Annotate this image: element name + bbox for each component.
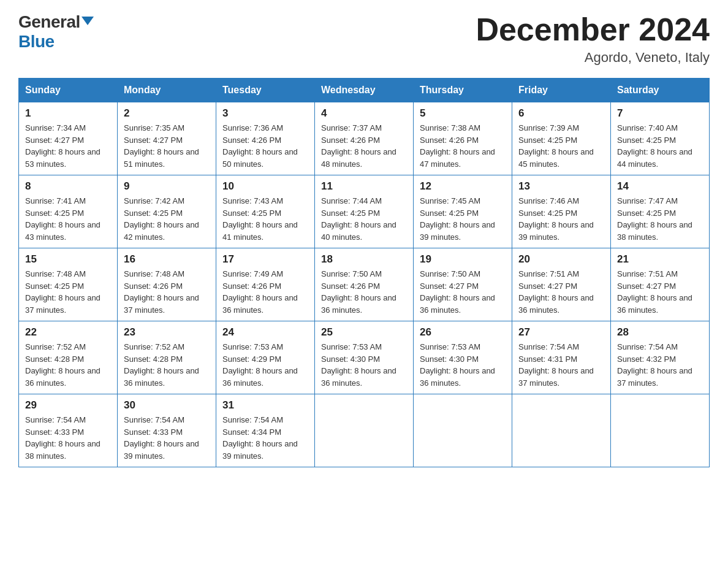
day-number: 22	[25, 326, 111, 339]
calendar-table: SundayMondayTuesdayWednesdayThursdayFrid…	[18, 78, 710, 467]
calendar-cell: 26Sunrise: 7:53 AMSunset: 4:30 PMDayligh…	[414, 321, 512, 394]
header-day-sunday: Sunday	[19, 79, 118, 102]
calendar-cell: 31Sunrise: 7:54 AMSunset: 4:34 PMDayligh…	[216, 394, 315, 467]
calendar-cell: 2Sunrise: 7:35 AMSunset: 4:27 PMDaylight…	[118, 102, 216, 175]
calendar-cell: 20Sunrise: 7:51 AMSunset: 4:27 PMDayligh…	[512, 248, 611, 321]
calendar-week-5: 29Sunrise: 7:54 AMSunset: 4:33 PMDayligh…	[19, 394, 710, 467]
calendar-cell: 14Sunrise: 7:47 AMSunset: 4:25 PMDayligh…	[611, 175, 710, 248]
day-info: Sunrise: 7:37 AMSunset: 4:26 PMDaylight:…	[321, 122, 407, 170]
calendar-cell: 23Sunrise: 7:52 AMSunset: 4:28 PMDayligh…	[118, 321, 216, 394]
day-info: Sunrise: 7:36 AMSunset: 4:26 PMDaylight:…	[222, 122, 308, 170]
calendar-cell: 17Sunrise: 7:49 AMSunset: 4:26 PMDayligh…	[216, 248, 315, 321]
calendar-cell: 8Sunrise: 7:41 AMSunset: 4:25 PMDaylight…	[19, 175, 118, 248]
day-info: Sunrise: 7:50 AMSunset: 4:27 PMDaylight:…	[420, 268, 506, 316]
day-number: 21	[617, 253, 703, 266]
calendar-cell: 16Sunrise: 7:48 AMSunset: 4:26 PMDayligh…	[118, 248, 216, 321]
calendar-cell: 3Sunrise: 7:36 AMSunset: 4:26 PMDaylight…	[216, 102, 315, 175]
calendar-cell: 9Sunrise: 7:42 AMSunset: 4:25 PMDaylight…	[118, 175, 216, 248]
calendar-cell	[512, 394, 611, 467]
header-day-thursday: Thursday	[414, 79, 512, 102]
day-info: Sunrise: 7:46 AMSunset: 4:25 PMDaylight:…	[518, 195, 604, 243]
calendar-cell: 15Sunrise: 7:48 AMSunset: 4:25 PMDayligh…	[19, 248, 118, 321]
day-number: 1	[25, 107, 111, 120]
day-info: Sunrise: 7:42 AMSunset: 4:25 PMDaylight:…	[124, 195, 210, 243]
calendar-cell: 10Sunrise: 7:43 AMSunset: 4:25 PMDayligh…	[216, 175, 315, 248]
calendar-header: SundayMondayTuesdayWednesdayThursdayFrid…	[19, 79, 710, 102]
calendar-cell: 24Sunrise: 7:53 AMSunset: 4:29 PMDayligh…	[216, 321, 315, 394]
day-number: 25	[321, 326, 407, 339]
calendar-week-1: 1Sunrise: 7:34 AMSunset: 4:27 PMDaylight…	[19, 102, 710, 175]
day-number: 17	[222, 253, 308, 266]
logo-general-text: General	[18, 12, 80, 32]
day-number: 16	[124, 253, 210, 266]
calendar-week-2: 8Sunrise: 7:41 AMSunset: 4:25 PMDaylight…	[19, 175, 710, 248]
day-info: Sunrise: 7:44 AMSunset: 4:25 PMDaylight:…	[321, 195, 407, 243]
day-info: Sunrise: 7:51 AMSunset: 4:27 PMDaylight:…	[617, 268, 703, 316]
calendar-cell: 29Sunrise: 7:54 AMSunset: 4:33 PMDayligh…	[19, 394, 118, 467]
calendar-cell: 30Sunrise: 7:54 AMSunset: 4:33 PMDayligh…	[118, 394, 216, 467]
day-number: 13	[518, 180, 604, 193]
calendar-week-3: 15Sunrise: 7:48 AMSunset: 4:25 PMDayligh…	[19, 248, 710, 321]
day-info: Sunrise: 7:39 AMSunset: 4:25 PMDaylight:…	[518, 122, 604, 170]
day-number: 7	[617, 107, 703, 120]
day-number: 30	[124, 399, 210, 412]
day-info: Sunrise: 7:48 AMSunset: 4:25 PMDaylight:…	[25, 268, 111, 316]
day-number: 12	[420, 180, 506, 193]
day-number: 19	[420, 253, 506, 266]
calendar-cell: 25Sunrise: 7:53 AMSunset: 4:30 PMDayligh…	[315, 321, 414, 394]
calendar-week-4: 22Sunrise: 7:52 AMSunset: 4:28 PMDayligh…	[19, 321, 710, 394]
calendar-body: 1Sunrise: 7:34 AMSunset: 4:27 PMDaylight…	[19, 102, 710, 467]
day-number: 6	[518, 107, 604, 120]
header-day-friday: Friday	[512, 79, 611, 102]
day-info: Sunrise: 7:50 AMSunset: 4:26 PMDaylight:…	[321, 268, 407, 316]
calendar-cell: 13Sunrise: 7:46 AMSunset: 4:25 PMDayligh…	[512, 175, 611, 248]
calendar-cell: 7Sunrise: 7:40 AMSunset: 4:25 PMDaylight…	[611, 102, 710, 175]
day-info: Sunrise: 7:49 AMSunset: 4:26 PMDaylight:…	[222, 268, 308, 316]
day-info: Sunrise: 7:51 AMSunset: 4:27 PMDaylight:…	[518, 268, 604, 316]
calendar-cell: 5Sunrise: 7:38 AMSunset: 4:26 PMDaylight…	[414, 102, 512, 175]
header-row: SundayMondayTuesdayWednesdayThursdayFrid…	[19, 79, 710, 102]
calendar-cell: 11Sunrise: 7:44 AMSunset: 4:25 PMDayligh…	[315, 175, 414, 248]
calendar-cell: 12Sunrise: 7:45 AMSunset: 4:25 PMDayligh…	[414, 175, 512, 248]
day-info: Sunrise: 7:54 AMSunset: 4:34 PMDaylight:…	[222, 414, 308, 462]
day-info: Sunrise: 7:53 AMSunset: 4:30 PMDaylight:…	[321, 341, 407, 389]
header-day-tuesday: Tuesday	[216, 79, 315, 102]
day-info: Sunrise: 7:54 AMSunset: 4:33 PMDaylight:…	[124, 414, 210, 462]
day-number: 31	[222, 399, 308, 412]
header-day-wednesday: Wednesday	[315, 79, 414, 102]
day-info: Sunrise: 7:53 AMSunset: 4:29 PMDaylight:…	[222, 341, 308, 389]
calendar-cell: 21Sunrise: 7:51 AMSunset: 4:27 PMDayligh…	[611, 248, 710, 321]
day-info: Sunrise: 7:43 AMSunset: 4:25 PMDaylight:…	[222, 195, 308, 243]
calendar-cell: 1Sunrise: 7:34 AMSunset: 4:27 PMDaylight…	[19, 102, 118, 175]
header-day-saturday: Saturday	[611, 79, 710, 102]
day-number: 3	[222, 107, 308, 120]
day-info: Sunrise: 7:45 AMSunset: 4:25 PMDaylight:…	[420, 195, 506, 243]
day-info: Sunrise: 7:54 AMSunset: 4:31 PMDaylight:…	[518, 341, 604, 389]
day-number: 20	[518, 253, 604, 266]
day-info: Sunrise: 7:38 AMSunset: 4:26 PMDaylight:…	[420, 122, 506, 170]
calendar-cell: 6Sunrise: 7:39 AMSunset: 4:25 PMDaylight…	[512, 102, 611, 175]
day-info: Sunrise: 7:48 AMSunset: 4:26 PMDaylight:…	[124, 268, 210, 316]
day-info: Sunrise: 7:35 AMSunset: 4:27 PMDaylight:…	[124, 122, 210, 170]
day-number: 24	[222, 326, 308, 339]
logo-triangle-icon	[82, 17, 94, 25]
calendar-cell: 19Sunrise: 7:50 AMSunset: 4:27 PMDayligh…	[414, 248, 512, 321]
calendar-cell	[315, 394, 414, 467]
day-info: Sunrise: 7:34 AMSunset: 4:27 PMDaylight:…	[25, 122, 111, 170]
logo-blue-text: Blue	[18, 32, 55, 51]
calendar-cell: 22Sunrise: 7:52 AMSunset: 4:28 PMDayligh…	[19, 321, 118, 394]
day-info: Sunrise: 7:41 AMSunset: 4:25 PMDaylight:…	[25, 195, 111, 243]
day-info: Sunrise: 7:47 AMSunset: 4:25 PMDaylight:…	[617, 195, 703, 243]
calendar-cell: 28Sunrise: 7:54 AMSunset: 4:32 PMDayligh…	[611, 321, 710, 394]
day-info: Sunrise: 7:52 AMSunset: 4:28 PMDaylight:…	[124, 341, 210, 389]
day-info: Sunrise: 7:52 AMSunset: 4:28 PMDaylight:…	[25, 341, 111, 389]
day-number: 14	[617, 180, 703, 193]
day-info: Sunrise: 7:53 AMSunset: 4:30 PMDaylight:…	[420, 341, 506, 389]
calendar-cell	[611, 394, 710, 467]
page-header: General Blue December 2024 Agordo, Venet…	[18, 12, 710, 66]
day-number: 27	[518, 326, 604, 339]
day-number: 9	[124, 180, 210, 193]
calendar-cell: 4Sunrise: 7:37 AMSunset: 4:26 PMDaylight…	[315, 102, 414, 175]
day-number: 11	[321, 180, 407, 193]
location-text: Agordo, Veneto, Italy	[476, 50, 710, 66]
